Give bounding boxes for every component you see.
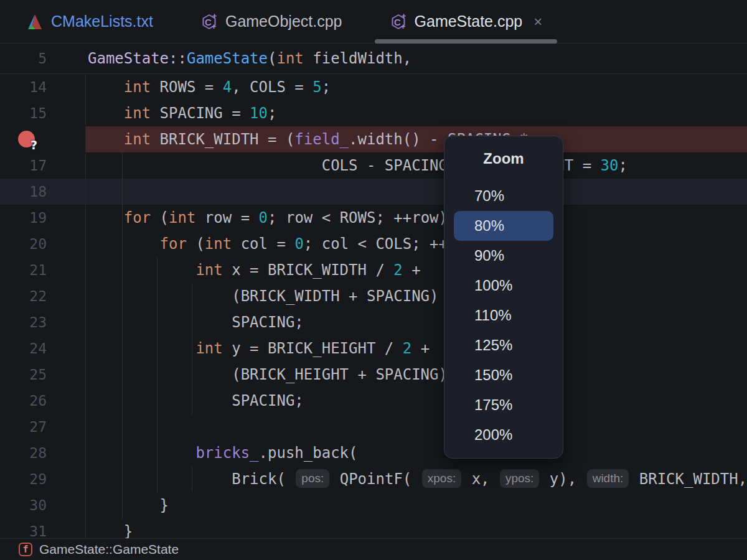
active-tab-underline — [375, 39, 558, 44]
line-number[interactable]: 22 — [0, 283, 85, 309]
code-text: (BRICK_HEIGHT + SPACING) * row + — [85, 362, 747, 388]
breadcrumb-function-name[interactable]: GameState::GameState — [39, 542, 179, 557]
zoom-popup: Zoom 70%80%90%100%110%125%150%175%200% — [444, 136, 563, 459]
indent-guide — [157, 258, 157, 493]
code-text: int SPACING = 10; — [85, 100, 747, 126]
cmake-icon — [26, 13, 44, 30]
zoom-option-110[interactable]: 110% — [454, 301, 553, 330]
function-icon: f — [19, 543, 32, 556]
code-text: int y = BRICK_HEIGHT / 2 + — [85, 335, 747, 362]
code-line-18[interactable]: 18 — [0, 179, 747, 205]
line-number[interactable]: 29 — [0, 466, 85, 492]
code-rows: 14 int ROWS = 4, COLS = 5;15 int SPACING… — [0, 74, 747, 538]
zoom-option-175[interactable]: 175% — [454, 390, 553, 420]
inlay-hint: ypos: — [500, 469, 539, 488]
svg-text:+: + — [400, 22, 405, 30]
gutter-border — [85, 44, 86, 538]
code-line-19[interactable]: 19 for (int row = 0; row < ROWS; ++row) … — [0, 205, 747, 231]
code-text: int BRICK_WIDTH = (field_.width() - SPAC… — [85, 126, 747, 152]
code-text: for (int row = 0; row < ROWS; ++row) { — [85, 205, 747, 231]
code-text: } — [85, 492, 747, 518]
code-text: SPACING; — [85, 309, 747, 335]
code-line-15[interactable]: 15 int SPACING = 10; — [0, 100, 747, 126]
breakpoint-question-glyph: ? — [31, 139, 37, 151]
svg-text:+: + — [212, 22, 217, 30]
line-number[interactable]: 24 — [0, 335, 85, 362]
editor-tab-bar: CMakeLists.txt C + + GameObject.cpp C + … — [0, 0, 747, 44]
zoom-popup-title: Zoom — [444, 150, 563, 167]
line-number[interactable]: 28 — [0, 440, 85, 466]
indent-guide — [122, 153, 123, 519]
code-line-29[interactable]: 29 Brick( pos: QPointF( xpos: x, ypos: y… — [0, 466, 747, 492]
code-line-23[interactable]: 23 SPACING; — [0, 309, 747, 335]
zoom-option-70[interactable]: 70% — [454, 181, 553, 211]
indent-guide — [192, 467, 192, 492]
tab-cmakelists[interactable]: CMakeLists.txt — [2, 0, 177, 43]
code-line-14[interactable]: 14 int ROWS = 4, COLS = 5; — [0, 74, 747, 100]
tab-label: CMakeLists.txt — [51, 12, 153, 30]
zoom-option-125[interactable]: 125% — [454, 330, 553, 360]
code-line-31[interactable]: 31 } — [0, 518, 747, 538]
code-text: (BRICK_WIDTH + SPACING) * col + — [85, 283, 747, 309]
line-number[interactable]: 31 — [0, 518, 85, 538]
zoom-option-80[interactable]: 80% — [454, 211, 553, 241]
line-number[interactable]: 23 — [0, 309, 85, 335]
line-number[interactable]: 15 — [0, 100, 85, 126]
code-line-25[interactable]: 25 (BRICK_HEIGHT + SPACING) * row + — [0, 362, 747, 388]
line-number[interactable]: 30 — [0, 492, 85, 518]
code-line-24[interactable]: 24 int y = BRICK_HEIGHT / 2 + — [0, 335, 747, 362]
close-icon[interactable]: × — [533, 14, 542, 29]
svg-text:+: + — [401, 13, 406, 21]
tab-gameobject[interactable]: C + + GameObject.cpp — [177, 0, 366, 43]
cpp-file-icon: C + + — [200, 13, 218, 30]
code-line-22[interactable]: 22 (BRICK_WIDTH + SPACING) * col + — [0, 283, 747, 309]
line-number[interactable]: 26 — [0, 388, 85, 414]
line-number[interactable]: 21 — [0, 257, 85, 283]
line-number[interactable]: 14 — [0, 74, 85, 100]
tab-gamestate[interactable]: C + + GameState.cpp × — [366, 0, 566, 43]
zoom-option-100[interactable]: 100% — [454, 271, 553, 301]
line-number[interactable]: 25 — [0, 362, 85, 388]
code-text: int x = BRICK_WIDTH / 2 + — [85, 257, 747, 283]
code-line-27[interactable]: 27 — [0, 414, 747, 440]
ide-window: CMakeLists.txt C + + GameObject.cpp C + … — [0, 0, 747, 560]
code-text: GameState::GameState(int fieldWidth, — [85, 44, 747, 73]
breakpoint-icon[interactable]: ? — [18, 131, 35, 147]
zoom-options: 70%80%90%100%110%125%150%175%200% — [444, 181, 563, 450]
breadcrumb-bar: f GameState::GameState — [0, 538, 747, 560]
indent-guide — [192, 284, 192, 414]
zoom-option-90[interactable]: 90% — [454, 241, 553, 271]
code-line-28[interactable]: 28 bricks_.push_back( — [0, 440, 747, 466]
tab-label: GameState.cpp — [415, 12, 523, 30]
tab-label: GameObject.cpp — [225, 12, 342, 30]
inlay-hint: xpos: — [422, 469, 461, 488]
line-number[interactable]: 17 — [0, 152, 85, 179]
sticky-code-line[interactable]: 5GameState::GameState(int fieldWidth, — [0, 44, 747, 74]
line-number[interactable]: 5 — [0, 44, 85, 73]
code-editor[interactable]: 5GameState::GameState(int fieldWidth, 14… — [0, 44, 747, 538]
line-number[interactable]: 20 — [0, 231, 85, 257]
code-text — [85, 179, 747, 205]
code-text: } — [85, 518, 747, 538]
svg-text:C: C — [394, 16, 401, 27]
zoom-option-150[interactable]: 150% — [454, 360, 553, 390]
code-line-17[interactable]: 17 COLS - SPACING; BRICK_HEIGHT = 30; — [0, 152, 747, 179]
code-line-16[interactable]: ? int BRICK_WIDTH = (field_.width() - SP… — [0, 126, 747, 152]
code-line-26[interactable]: 26 SPACING; — [0, 388, 747, 414]
code-text: Brick( pos: QPointF( xpos: x, ypos: y), … — [85, 466, 747, 492]
breakpoint-gutter[interactable]: ? — [0, 126, 85, 152]
svg-text:+: + — [212, 13, 217, 21]
line-number[interactable]: 19 — [0, 205, 85, 231]
svg-text:C: C — [205, 16, 212, 27]
line-number[interactable]: 18 — [0, 179, 85, 205]
code-line-21[interactable]: 21 int x = BRICK_WIDTH / 2 + — [0, 257, 747, 283]
inlay-hint: width: — [587, 469, 629, 488]
code-text: SPACING; — [85, 388, 747, 414]
code-line-30[interactable]: 30 } — [0, 492, 747, 518]
code-line-20[interactable]: 20 for (int col = 0; col < COLS; ++col) … — [0, 231, 747, 257]
cpp-file-icon: C + + — [390, 13, 407, 30]
code-text: for (int col = 0; col < COLS; ++col) { — [85, 231, 747, 257]
line-number[interactable]: 27 — [0, 414, 85, 440]
code-text: bricks_.push_back( — [85, 440, 747, 466]
zoom-option-200[interactable]: 200% — [454, 420, 553, 450]
